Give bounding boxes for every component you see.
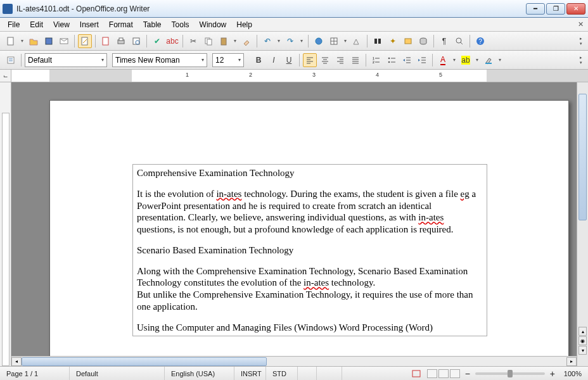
menu-table[interactable]: Table (138, 19, 167, 30)
navigation-button[interactable]: ◉ (578, 336, 587, 345)
horizontal-scrollbar[interactable]: ◂ ▸ (11, 356, 577, 366)
table-button[interactable] (327, 34, 341, 48)
status-signature[interactable] (317, 367, 342, 380)
zoom-percent[interactable]: 100% (556, 367, 588, 380)
paste-button[interactable] (217, 34, 231, 48)
close-button[interactable]: ✕ (566, 3, 585, 15)
scrollbar-thumb[interactable] (22, 357, 267, 366)
status-modified[interactable] (298, 367, 317, 380)
close-document-button[interactable]: ✕ (575, 20, 585, 29)
menu-edit[interactable]: Edit (25, 19, 48, 30)
prev-page-button[interactable]: ▴ (578, 327, 587, 336)
font-color-dropdown[interactable]: ▾ (451, 57, 457, 63)
show-draw-button[interactable] (350, 34, 364, 48)
decrease-indent-button[interactable] (400, 53, 414, 67)
vertical-scrollbar[interactable]: ▴ ◉ ▾ (577, 82, 588, 366)
copy-button[interactable] (201, 34, 215, 48)
format-paintbrush-button[interactable] (240, 34, 253, 48)
align-left-button[interactable] (303, 53, 317, 67)
highlight-dropdown[interactable]: ▾ (474, 57, 480, 63)
align-center-button[interactable] (318, 53, 332, 67)
table-dropdown[interactable]: ▾ (342, 38, 348, 44)
paste-dropdown[interactable]: ▾ (232, 38, 238, 44)
cut-button[interactable]: ✂ (186, 34, 200, 48)
gallery-button[interactable] (401, 34, 415, 48)
spellcheck-button[interactable]: ✔ (150, 34, 164, 48)
save-button[interactable] (42, 34, 56, 48)
scroll-right-button[interactable]: ▸ (566, 357, 577, 366)
minimize-button[interactable]: ━ (526, 3, 545, 15)
status-selection-mode[interactable]: STD (266, 367, 298, 380)
view-single-page[interactable] (427, 369, 437, 378)
view-multi-page[interactable] (438, 369, 449, 378)
paragraph[interactable]: Along with the Comprehensive Examination… (137, 265, 483, 289)
page[interactable]: Comprehensive Examination Technology It … (49, 100, 569, 366)
increase-indent-button[interactable] (415, 53, 429, 67)
menu-tools[interactable]: Tools (167, 19, 195, 30)
bold-button[interactable]: B (252, 53, 265, 67)
undo-dropdown[interactable]: ▾ (276, 38, 282, 44)
view-book[interactable] (450, 369, 460, 378)
align-justify-button[interactable] (348, 53, 362, 67)
menu-insert[interactable]: Insert (75, 19, 104, 30)
status-language[interactable]: English (USA) (165, 367, 234, 380)
zoom-slider[interactable] (475, 372, 545, 375)
background-color-dropdown[interactable]: ▾ (497, 57, 503, 63)
horizontal-ruler[interactable]: 1 1 2 3 4 5 6 7 (11, 70, 588, 82)
redo-dropdown[interactable]: ▾ (298, 38, 305, 44)
scrollbar-track[interactable] (22, 357, 566, 366)
paragraph[interactable]: Using the Computer and Managing Files (W… (137, 322, 483, 334)
page-preview-button[interactable] (129, 34, 143, 48)
email-button[interactable] (57, 34, 71, 48)
paragraph[interactable]: Scenario Based Examination Technology (137, 244, 483, 256)
paragraph-style-select[interactable]: Default▾ (25, 53, 107, 67)
menu-view[interactable]: View (48, 19, 75, 30)
toolbar-overflow[interactable]: ▸▾ (578, 36, 584, 46)
nonprinting-button[interactable]: ¶ (437, 34, 451, 48)
print-button[interactable] (114, 34, 128, 48)
status-page[interactable]: Page 1 / 1 (0, 367, 70, 380)
font-name-select[interactable]: Times New Roman▾ (112, 53, 207, 67)
new-doc-dropdown[interactable]: ▾ (19, 38, 25, 44)
italic-button[interactable]: I (267, 53, 281, 67)
export-pdf-button[interactable] (99, 34, 113, 48)
background-color-button[interactable] (482, 53, 495, 67)
hyperlink-button[interactable] (312, 34, 326, 48)
navigator-button[interactable]: ✦ (386, 34, 400, 48)
document-canvas[interactable]: Comprehensive Examination Technology It … (11, 82, 577, 366)
styles-button[interactable] (4, 53, 18, 67)
new-doc-button[interactable] (4, 34, 18, 48)
maximize-button[interactable]: ❐ (546, 3, 565, 15)
zoom-in-button[interactable]: + (549, 367, 556, 380)
data-sources-button[interactable] (416, 34, 430, 48)
next-page-button[interactable]: ▾ (578, 346, 587, 355)
scroll-left-button[interactable]: ◂ (11, 357, 22, 366)
find-button[interactable] (371, 34, 385, 48)
status-outline[interactable] (409, 367, 423, 380)
help-button[interactable]: ? (473, 34, 487, 48)
redo-button[interactable]: ↷ (283, 34, 297, 48)
font-size-select[interactable]: 12▾ (212, 53, 244, 67)
zoom-slider-knob[interactable] (508, 370, 513, 377)
zoom-out-button[interactable]: − (464, 367, 471, 380)
auto-spellcheck-button[interactable]: abc (165, 34, 179, 48)
open-button[interactable] (27, 34, 41, 48)
toolbar-overflow[interactable]: ▸▾ (578, 55, 584, 65)
undo-button[interactable]: ↶ (260, 34, 274, 48)
highlight-button[interactable]: ab (459, 53, 473, 67)
underline-button[interactable]: U (282, 53, 296, 67)
paragraph[interactable]: But unlike the Comprehensive Examination… (137, 289, 483, 313)
paragraph[interactable]: Comprehensive Examination Technology (137, 167, 483, 179)
text-frame[interactable]: Comprehensive Examination Technology It … (132, 164, 487, 336)
status-insert-mode[interactable]: INSRT (234, 367, 266, 380)
menu-format[interactable]: Format (104, 19, 138, 30)
vertical-ruler[interactable] (0, 82, 11, 366)
menu-help[interactable]: Help (231, 19, 257, 30)
edit-file-button[interactable] (78, 34, 92, 48)
zoom-button[interactable] (452, 34, 466, 48)
paragraph[interactable]: It is the evolution of in-ates technolog… (137, 188, 483, 236)
font-color-button[interactable]: A (436, 53, 450, 67)
menu-file[interactable]: File (3, 19, 25, 30)
numbered-list-button[interactable]: 12 (369, 53, 383, 67)
scrollbar-thumb[interactable] (578, 94, 587, 220)
